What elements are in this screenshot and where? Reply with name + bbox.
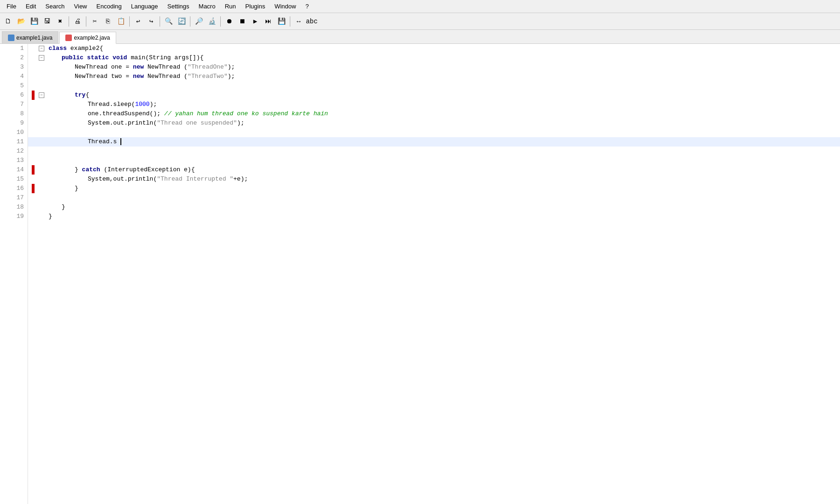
- menu-item-macro[interactable]: Macro: [194, 2, 220, 11]
- code-area[interactable]: −class example2{−public static void main…: [28, 44, 840, 504]
- code-line-19: }: [28, 212, 840, 221]
- copy-btn[interactable]: ⎘: [102, 15, 114, 28]
- code-line-6: −try{: [28, 91, 840, 100]
- fold-col-6: −: [35, 92, 49, 98]
- code-seg-3-3: "ThreadOne": [188, 63, 228, 70]
- line-num-12: 12: [0, 147, 28, 156]
- menu-item-edit[interactable]: Edit: [21, 2, 41, 11]
- code-seg-15-0: System,out.println(: [88, 175, 157, 182]
- toolbar-separator: [290, 16, 290, 27]
- menu-item-settings[interactable]: Settings: [163, 2, 194, 11]
- line-content-7: Thread.sleep(1000);: [88, 100, 840, 109]
- zoom-out-btn[interactable]: 🔬: [206, 15, 218, 28]
- code-seg-7-0: Thread.sleep(: [88, 101, 135, 108]
- cut-btn[interactable]: ✂: [89, 15, 101, 28]
- menu-item-language[interactable]: Language: [126, 2, 163, 11]
- code-seg-2-0: public static void: [62, 54, 131, 61]
- paste-btn[interactable]: 📋: [115, 15, 127, 28]
- tab-example2-java[interactable]: example2.java: [59, 32, 116, 44]
- line-num-6: 6: [0, 91, 28, 100]
- menu-item-search[interactable]: Search: [41, 2, 69, 11]
- red-marker-line-14: [32, 165, 35, 175]
- line-num-2: 2: [0, 53, 28, 63]
- menu-item-run[interactable]: Run: [220, 2, 241, 11]
- line-content-2: public static void main(String args[]){: [62, 53, 840, 63]
- code-seg-2-1: main(String args[]){: [131, 54, 203, 61]
- code-seg-3-4: );: [228, 63, 235, 70]
- code-seg-18-0: }: [62, 203, 65, 210]
- toolbar: 🗋📂💾🖫✖🖨✂⎘📋↩↪🔍🔄🔎🔬⏺⏹▶⏭💾↔abc: [0, 13, 840, 30]
- line-num-16: 16: [0, 184, 28, 193]
- code-line-10: [28, 128, 840, 137]
- code-line-14: } catch (InterruptedException e){: [28, 165, 840, 175]
- line-content-8: one.threadSuspend(); // yahan hum thread…: [88, 109, 840, 119]
- line-content-16: }: [75, 184, 840, 193]
- menu-item-encoding[interactable]: Encoding: [92, 2, 126, 11]
- code-line-1: −class example2{: [28, 44, 840, 53]
- close-btn[interactable]: ✖: [54, 15, 66, 28]
- code-seg-14-0: }: [75, 166, 82, 173]
- code-seg-4-3: "ThreadTwo": [188, 73, 228, 80]
- play-btn[interactable]: ▶: [249, 15, 261, 28]
- menu-item-view[interactable]: View: [70, 2, 92, 11]
- line-num-18: 18: [0, 203, 28, 212]
- code-seg-1-1: example2{: [70, 45, 103, 52]
- toolbar-separator: [220, 16, 221, 27]
- code-line-17: [28, 193, 840, 203]
- zoom-in-btn[interactable]: 🔎: [193, 15, 205, 28]
- code-seg-8-1: // yahan hum thread one ko suspend karte…: [164, 110, 328, 117]
- code-line-18: }: [28, 203, 840, 212]
- line-content-18: }: [62, 203, 840, 212]
- redo-btn[interactable]: ↪: [145, 15, 157, 28]
- code-seg-7-1: 1000: [135, 101, 149, 108]
- open-file-btn[interactable]: 📂: [15, 15, 27, 28]
- line-num-19: 19: [0, 212, 28, 221]
- spell-btn[interactable]: abc: [306, 15, 318, 28]
- save-macro-btn[interactable]: 💾: [275, 15, 287, 28]
- line-num-13: 13: [0, 156, 28, 165]
- record-macro-btn[interactable]: ⏺: [223, 15, 235, 28]
- new-file-btn[interactable]: 🗋: [2, 15, 14, 28]
- code-line-11: Thread.s: [28, 137, 840, 147]
- tab-icon-1: [65, 35, 72, 41]
- line-content-19: }: [49, 212, 840, 221]
- run-btn[interactable]: ⏭: [262, 15, 274, 28]
- code-line-9: System.out.println("Thread one suspended…: [28, 119, 840, 128]
- menu-item-file[interactable]: File: [2, 2, 21, 11]
- code-line-3: NewThread one = new NewThread ("ThreadOn…: [28, 63, 840, 72]
- fold-box-2[interactable]: −: [39, 55, 44, 61]
- line-num-14: 14: [0, 165, 28, 175]
- line-content-4: NewThread two = new NewThread ("ThreadTw…: [75, 72, 840, 81]
- cursor: [117, 138, 121, 145]
- tab-example1-java[interactable]: example1.java: [2, 31, 58, 43]
- line-num-5: 5: [0, 81, 28, 91]
- code-seg-16-0: }: [75, 185, 78, 192]
- fold-box-6[interactable]: −: [39, 92, 44, 98]
- save-btn[interactable]: 💾: [28, 15, 40, 28]
- menu-item-plugins[interactable]: Plugins: [241, 2, 270, 11]
- replace-btn[interactable]: 🔄: [175, 15, 188, 28]
- code-seg-11-0: Thread.s: [88, 138, 121, 145]
- line-content-11: Thread.s: [88, 137, 840, 147]
- menu-item-window[interactable]: Window: [270, 2, 301, 11]
- code-seg-3-0: NewThread one =: [75, 63, 133, 70]
- code-seg-4-1: new: [133, 73, 147, 80]
- code-seg-4-4: );: [228, 73, 235, 80]
- line-num-15: 15: [0, 175, 28, 184]
- save-all-btn[interactable]: 🖫: [41, 15, 53, 28]
- menu-item-?[interactable]: ?: [301, 2, 313, 11]
- fold-box-1[interactable]: −: [39, 46, 44, 51]
- tab-label-0: example1.java: [16, 35, 52, 41]
- code-seg-9-2: );: [237, 119, 245, 126]
- editor-container: 12345678910111213141516171819 −class exa…: [0, 44, 840, 504]
- print-btn[interactable]: 🖨: [71, 15, 84, 28]
- stop-macro-btn[interactable]: ⏹: [236, 15, 248, 28]
- sync-btn[interactable]: ↔: [293, 15, 305, 28]
- code-seg-1-0: class: [49, 45, 70, 52]
- find-btn[interactable]: 🔍: [162, 15, 175, 28]
- undo-btn[interactable]: ↩: [132, 15, 144, 28]
- line-numbers: 12345678910111213141516171819: [0, 44, 28, 504]
- line-num-10: 10: [0, 128, 28, 137]
- line-num-8: 8: [0, 109, 28, 119]
- line-content-15: System,out.println("Thread Interrupted "…: [88, 175, 840, 184]
